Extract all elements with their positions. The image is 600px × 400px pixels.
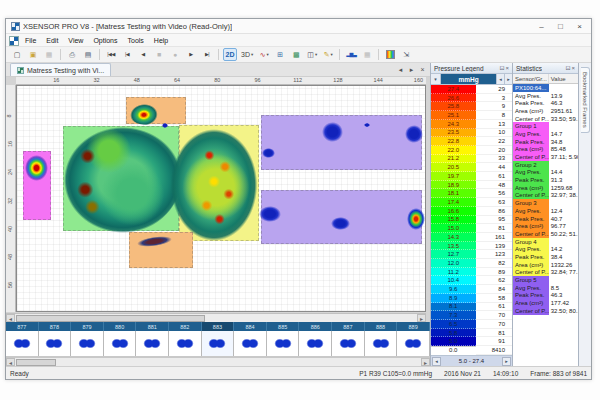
legend-row[interactable]: 19.761 <box>431 172 512 181</box>
filmstrip-frame[interactable] <box>71 331 104 356</box>
legend-row[interactable]: 6.570 <box>431 320 512 329</box>
stats-row[interactable]: Avg Pres.14.4 <box>513 169 578 177</box>
stats-row[interactable]: Center of P...32.97; 38... <box>513 192 578 200</box>
play-button[interactable]: ▶ <box>184 48 198 61</box>
stats-row[interactable]: Avg Pres.13.9 <box>513 92 578 100</box>
filmstrip-frame[interactable] <box>299 331 332 356</box>
range-decrease-icon[interactable]: ◂ <box>432 357 441 366</box>
tab-scroll-right-icon[interactable]: ▸ <box>407 65 416 74</box>
legend-row[interactable]: 15.081 <box>431 224 512 233</box>
legend-row[interactable]: 5.881 <box>431 329 512 338</box>
stats-row[interactable]: Center of P...50.22; 51... <box>513 230 578 238</box>
tab-close-icon[interactable]: × <box>418 65 427 74</box>
legend-row[interactable]: 12.082 <box>431 259 512 268</box>
stats-row[interactable]: Peak Pres.46.3 <box>513 292 578 300</box>
new-file-button[interactable]: ▢ <box>10 48 24 61</box>
previous-frame-button[interactable]: |◀ <box>120 48 134 61</box>
legend-row[interactable]: 9.684 <box>431 285 512 294</box>
legend-row[interactable]: 23.510 <box>431 129 512 138</box>
legend-row[interactable]: 11.289 <box>431 268 512 277</box>
legend-row[interactable]: 17.463 <box>431 198 512 207</box>
stats-row[interactable]: Peak Pres.40.7 <box>513 215 578 223</box>
filmstrip-frame[interactable] <box>332 331 365 356</box>
legend-row[interactable]: 16.686 <box>431 207 512 216</box>
video-view-button[interactable]: ⊞ <box>273 48 287 61</box>
filmstrip-frame[interactable] <box>6 331 39 356</box>
filmstrip-frame[interactable] <box>202 331 235 356</box>
legend-row[interactable]: 26.63 <box>431 94 512 103</box>
open-file-button[interactable]: ▣ <box>26 48 40 61</box>
units-next-icon[interactable]: ▸ <box>504 74 512 84</box>
stats-row[interactable]: Center of P...32.50; 80... <box>513 307 578 315</box>
legend-row[interactable]: 10.462 <box>431 276 512 285</box>
menu-edit[interactable]: Edit <box>41 37 63 44</box>
print-preview-button[interactable]: ▤ <box>81 48 95 61</box>
stats-row[interactable]: Peak Pres.34.8 <box>513 138 578 146</box>
stats-row[interactable]: Group 2 <box>513 161 578 169</box>
stats-row[interactable]: Area (cm²)85.48 <box>513 146 578 154</box>
layout-button[interactable]: ◫▾ <box>305 48 319 61</box>
legend-row[interactable]: 15.895 <box>431 216 512 225</box>
stats-row[interactable]: Avg Pres.14.2 <box>513 245 578 253</box>
legend-row[interactable]: 18.156 <box>431 189 512 198</box>
stats-row[interactable]: Peak Pres.31.3 <box>513 176 578 184</box>
filmstrip-frame[interactable] <box>397 331 430 356</box>
map-horizontal-scrollbar[interactable]: ◂ ▸ <box>6 313 426 322</box>
close-button[interactable]: × <box>570 20 589 33</box>
chart-view-button[interactable]: ∿▾ <box>257 48 271 61</box>
stats-row[interactable]: Area (cm²)1259.68 <box>513 184 578 192</box>
stats-row[interactable]: Avg Pres.8.5 <box>513 284 578 292</box>
legend-row[interactable]: 13.5139 <box>431 242 512 251</box>
filmstrip-scroll-left-icon[interactable]: ◂ <box>6 358 15 366</box>
stats-row[interactable]: Group 3 <box>513 199 578 207</box>
filmstrip-frame[interactable] <box>169 331 202 356</box>
filmstrip-frame[interactable] <box>136 331 169 356</box>
legend-row[interactable]: 21.233 <box>431 155 512 164</box>
filmstrip-scroll-right-icon[interactable]: ▸ <box>421 358 430 366</box>
minimize-button[interactable]: – <box>532 20 551 33</box>
legend-row[interactable]: 8.958 <box>431 294 512 303</box>
stats-row[interactable]: Avg Pres.12.4 <box>513 207 578 215</box>
pin-icon[interactable]: ⊡ <box>499 65 504 71</box>
map-scroll-thumb[interactable] <box>16 315 205 322</box>
pin-icon[interactable]: ⊡ <box>565 65 570 71</box>
stats-row[interactable]: Group 1 <box>513 122 578 130</box>
menu-view[interactable]: View <box>63 37 88 44</box>
legend-row[interactable]: 20.544 <box>431 163 512 172</box>
range-increase-icon[interactable]: ▸ <box>502 357 511 366</box>
filmstrip-frame[interactable] <box>234 331 267 356</box>
pressure-map-canvas[interactable] <box>16 85 426 312</box>
view-2d-button[interactable]: 2D <box>223 48 237 61</box>
legend-row[interactable]: 22.822 <box>431 137 512 146</box>
units-prev-icon[interactable]: ◂ <box>496 74 504 84</box>
first-frame-button[interactable]: |◀◀ <box>104 48 118 61</box>
units-dropdown-icon[interactable]: ▾ <box>431 74 441 84</box>
legend-row[interactable]: 27.429 <box>431 85 512 94</box>
legend-row[interactable]: 5.091 <box>431 337 512 346</box>
stats-row[interactable]: Avg Pres.14.7 <box>513 130 578 138</box>
legend-row[interactable]: 22.020 <box>431 146 512 155</box>
print-button[interactable]: ⎙ <box>65 48 79 61</box>
legend-row[interactable]: 18.948 <box>431 181 512 190</box>
stats-row[interactable]: Area (cm²)177.42 <box>513 299 578 307</box>
legend-row[interactable]: 24.313 <box>431 120 512 129</box>
stats-row[interactable]: Center of P...37.11; 5.90 <box>513 153 578 161</box>
sensor-config-button[interactable]: ▩ <box>289 48 303 61</box>
filmstrip-frame[interactable] <box>267 331 300 356</box>
legend-row[interactable]: 8.161 <box>431 303 512 312</box>
tab-scroll-left-icon[interactable]: ◂ <box>396 65 405 74</box>
filmstrip-frame[interactable] <box>365 331 398 356</box>
value-column-header[interactable]: Value <box>549 74 578 83</box>
menu-options[interactable]: Options <box>88 37 122 44</box>
stats-row[interactable]: PX100:64... <box>513 84 578 92</box>
filmstrip-frame[interactable] <box>39 331 72 356</box>
maximize-button[interactable]: □ <box>551 20 570 33</box>
menu-file[interactable]: File <box>20 37 41 44</box>
legend-row[interactable]: 12.7123 <box>431 250 512 259</box>
stats-row[interactable]: Center of P...32.84; 77... <box>513 269 578 277</box>
stats-row[interactable]: Area (cm²)96.77 <box>513 222 578 230</box>
menu-help[interactable]: Help <box>149 37 173 44</box>
legend-row[interactable]: 7.370 <box>431 311 512 320</box>
scroll-left-icon[interactable]: ◂ <box>6 314 15 322</box>
play-backward-button[interactable]: ◀ <box>136 48 150 61</box>
